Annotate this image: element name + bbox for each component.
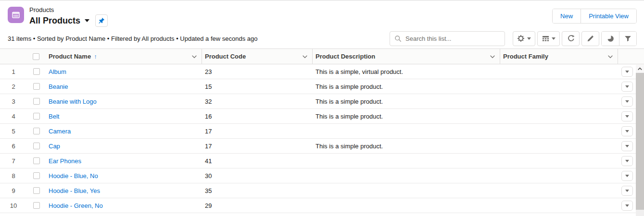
row-checkbox[interactable] (33, 172, 40, 179)
row-actions-button[interactable] (621, 67, 633, 77)
scroll-up-button[interactable] (636, 65, 644, 72)
pin-list-button[interactable] (95, 14, 108, 27)
row-checkbox[interactable] (33, 187, 40, 194)
row-number: 4 (0, 113, 27, 120)
new-button[interactable]: New (553, 9, 581, 23)
pie-chart-icon (607, 35, 614, 42)
refresh-button[interactable] (562, 31, 580, 46)
chevron-down-icon (527, 37, 531, 40)
table-header-row: Product Name ↑ Product Code Product Desc… (0, 48, 644, 64)
product-name-link[interactable]: Camera (49, 128, 71, 135)
row-actions-cell (618, 201, 636, 211)
chevron-down-icon[interactable] (191, 53, 198, 60)
row-checkbox[interactable] (33, 113, 40, 120)
column-header-product-description[interactable]: Product Description (313, 49, 500, 64)
product-name-link[interactable]: Hoodie - Green, No (49, 202, 103, 209)
list-view-controls-button[interactable] (513, 31, 535, 46)
row-number: 6 (0, 143, 27, 150)
search-input[interactable] (390, 31, 505, 46)
select-all-checkbox[interactable] (27, 49, 46, 64)
row-actions-caret-icon (625, 130, 629, 132)
product-code-cell: 41 (202, 157, 313, 165)
row-actions-button[interactable] (621, 201, 633, 211)
row-actions-caret-icon (625, 190, 629, 192)
product-name-link[interactable]: Beanie with Logo (49, 98, 97, 105)
row-number: 1 (0, 68, 27, 75)
scrollbar-thumb[interactable] (636, 73, 644, 210)
table-row: 3 Beanie with Logo 32 This is a simple p… (0, 94, 636, 109)
table-row: 6 Cap 17 This is a simple product. (0, 139, 636, 154)
vertical-scrollbar[interactable] (636, 65, 644, 216)
product-name-cell: Belt (46, 113, 202, 120)
product-name-link[interactable]: Album (49, 68, 66, 75)
chevron-up-icon (637, 66, 643, 72)
row-checkbox[interactable] (33, 157, 40, 164)
row-actions-cell (618, 126, 636, 136)
product-name-link[interactable]: Hoodie - Blue, Yes (49, 187, 100, 194)
pushpin-icon (98, 17, 105, 24)
chevron-down-icon[interactable] (489, 53, 496, 60)
row-checkbox[interactable] (33, 202, 40, 209)
refresh-icon (567, 35, 575, 42)
filter-button[interactable] (619, 32, 636, 46)
product-description-cell: This is a simple, virtual product. (313, 68, 500, 75)
product-name-cell: Beanie (46, 83, 202, 90)
row-checkbox-cell (27, 187, 46, 194)
edit-button[interactable] (581, 31, 599, 46)
charts-button[interactable] (602, 32, 619, 46)
row-checkbox-cell (27, 128, 46, 134)
list-view-selector-caret-icon[interactable] (85, 19, 89, 22)
table-row: 10 Hoodie - Green, No 29 (0, 198, 636, 213)
sort-ascending-icon: ↑ (94, 53, 97, 60)
row-number: 10 (0, 202, 27, 209)
product-name-link[interactable]: Ear Phones (49, 157, 81, 165)
column-header-product-code[interactable]: Product Code (202, 49, 313, 64)
row-actions-button[interactable] (621, 171, 633, 181)
table-grid-icon (542, 35, 549, 42)
row-actions-button[interactable] (621, 96, 633, 107)
printable-view-button[interactable]: Printable View (581, 9, 636, 23)
display-as-button[interactable] (537, 31, 560, 46)
row-actions-cell (618, 171, 636, 181)
product-code-cell: 17 (202, 128, 313, 135)
row-actions-button[interactable] (621, 156, 633, 166)
chevron-down-icon[interactable] (302, 53, 308, 60)
row-actions-button[interactable] (621, 82, 633, 92)
row-actions-caret-icon (625, 175, 629, 177)
row-checkbox[interactable] (33, 68, 40, 75)
row-actions-caret-icon (625, 115, 629, 118)
row-checkbox[interactable] (33, 128, 40, 134)
list-view-title: All Products (29, 16, 80, 26)
row-checkbox[interactable] (33, 143, 40, 149)
row-checkbox[interactable] (33, 98, 40, 105)
row-actions-caret-icon (625, 145, 629, 147)
product-description-cell: This is a simple product. (313, 83, 500, 90)
column-header-product-family[interactable]: Product Family (500, 49, 618, 64)
product-name-link[interactable]: Hoodie - Blue, No (49, 172, 98, 180)
chevron-down-icon[interactable] (607, 53, 614, 60)
product-name-link[interactable]: Beanie (49, 83, 68, 90)
row-actions-button[interactable] (621, 186, 633, 196)
column-label: Product Name (49, 53, 91, 60)
column-header-product-name[interactable]: Product Name ↑ (46, 49, 202, 64)
row-actions-button[interactable] (621, 126, 633, 136)
charts-filter-button-group (601, 31, 637, 46)
row-checkbox[interactable] (33, 83, 40, 90)
product-name-link[interactable]: Belt (49, 113, 59, 120)
row-checkbox-cell (27, 157, 46, 164)
row-checkbox-cell (27, 172, 46, 179)
product-name-link[interactable]: Cap (49, 143, 60, 150)
product-code-cell: 17 (202, 143, 313, 150)
row-number: 9 (0, 187, 27, 194)
row-actions-button[interactable] (621, 111, 633, 121)
table-row: 5 Camera 17 (0, 124, 636, 139)
product-code-cell: 32 (202, 98, 313, 105)
pencil-icon (587, 35, 594, 42)
product-code-cell: 23 (202, 68, 313, 75)
row-actions-caret-icon (625, 160, 629, 162)
product-code-cell: 16 (202, 113, 313, 120)
list-status-line: 31 items • Sorted by Product Name • Filt… (8, 35, 257, 42)
row-actions-button[interactable] (621, 141, 633, 151)
row-actions-caret-icon (625, 100, 629, 103)
row-actions-cell (618, 67, 636, 77)
